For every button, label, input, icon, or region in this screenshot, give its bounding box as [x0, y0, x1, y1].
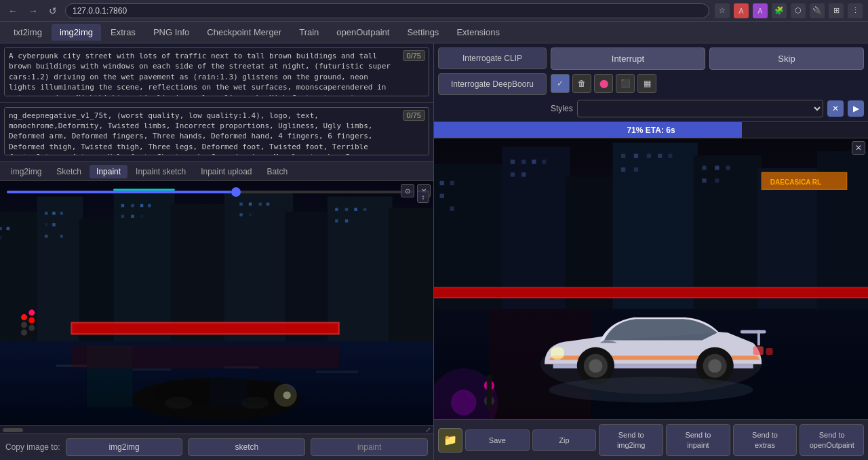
tab-img2img[interactable]: img2img: [52, 24, 101, 41]
tab-openoutpaint[interactable]: openOutpaint: [328, 24, 397, 41]
sub-tab-bar: img2img Sketch Inpaint Inpaint sketch In…: [0, 162, 433, 181]
svg-rect-34: [239, 213, 243, 216]
svg-rect-37: [345, 208, 349, 212]
interrupt-btn[interactable]: Interrupt: [551, 47, 705, 70]
negative-prompt-textarea[interactable]: ng_deepnegative_v1_75t, (worst quality, …: [4, 107, 429, 156]
interrogate-deepbooru-btn[interactable]: Interrogate DeepBooru: [438, 73, 547, 95]
svg-rect-19: [45, 223, 48, 227]
svg-rect-100: [702, 166, 706, 170]
svg-rect-102: [726, 166, 730, 170]
brush-size-slider-thumb[interactable]: [231, 187, 241, 197]
tab-checkpoint-merger[interactable]: Checkpoint Merger: [199, 24, 290, 41]
svg-rect-1: [0, 212, 41, 349]
input-image-area[interactable]: DAECASICA RL: [0, 181, 433, 434]
svg-rect-124: [741, 330, 766, 334]
sub-tab-inpaint-sketch[interactable]: Inpaint sketch: [129, 165, 193, 178]
tab-extensions[interactable]: Extensions: [448, 24, 508, 41]
svg-rect-101: [715, 166, 719, 170]
tool-icons-row: ✓ 🗑 ⬤ ⬛ ▦: [551, 74, 864, 93]
svg-rect-76: [612, 142, 698, 309]
positive-token-counter: 0/75: [403, 50, 425, 61]
back-button[interactable]: ←: [5, 4, 20, 18]
svg-rect-103: [702, 178, 706, 183]
tab-extras[interactable]: Extras: [102, 24, 144, 41]
skip-btn[interactable]: Skip: [709, 47, 864, 70]
zip-btn[interactable]: Zip: [532, 429, 597, 451]
send-to-img2img-btn[interactable]: Send toimg2img: [599, 424, 663, 456]
copy-to-inpaint-btn[interactable]: inpaint: [311, 438, 428, 456]
svg-rect-50: [133, 368, 171, 370]
interrogate-clip-btn[interactable]: Interrogate CLIP: [438, 47, 547, 69]
svg-rect-98: [621, 168, 625, 172]
svg-rect-18: [60, 212, 63, 215]
sub-tab-batch[interactable]: Batch: [260, 165, 295, 178]
positive-prompt-section: A cyberpunk city street with lots of tra…: [0, 43, 433, 103]
svg-rect-38: [354, 208, 357, 212]
trash-icon-btn[interactable]: 🗑: [572, 74, 591, 93]
styles-dropdown[interactable]: [577, 100, 823, 117]
svg-rect-131: [487, 375, 492, 409]
sub-tab-img2img[interactable]: img2img: [4, 165, 48, 178]
sub-tab-sketch[interactable]: Sketch: [50, 165, 88, 178]
send-to-extras-btn[interactable]: Send toextras: [733, 424, 797, 456]
extension-icon-1[interactable]: A: [734, 3, 749, 18]
styles-apply-btn[interactable]: ▶: [848, 100, 864, 117]
copy-to-img2img-btn[interactable]: img2img: [66, 438, 183, 456]
styles-clear-btn[interactable]: ✕: [827, 100, 844, 117]
svg-rect-28: [131, 215, 134, 218]
copy-to-sketch-btn[interactable]: sketch: [188, 438, 305, 456]
extension-icon-3[interactable]: 🧩: [772, 3, 787, 18]
refresh-button[interactable]: ↺: [46, 4, 60, 18]
svg-rect-104: [715, 178, 719, 183]
arrow-btn[interactable]: ↕: [417, 191, 429, 203]
tab-png-info[interactable]: PNG Info: [145, 24, 197, 41]
browser-icons: ☆ A A 🧩 ⬡ 🔌 ⊞ ⋮: [715, 3, 863, 18]
tab-settings[interactable]: Settings: [399, 24, 447, 41]
svg-point-59: [21, 322, 27, 328]
url-bar[interactable]: [65, 3, 709, 18]
interrogate-section: Interrogate CLIP Interrogate DeepBooru: [438, 47, 547, 117]
sub-tab-inpaint-upload[interactable]: Inpaint upload: [194, 165, 258, 178]
resize-icon[interactable]: ⤢: [425, 426, 431, 434]
svg-rect-121: [551, 348, 564, 358]
bookmark-icon[interactable]: ☆: [715, 3, 730, 18]
send-to-inpaint-btn[interactable]: Send toinpaint: [666, 424, 730, 456]
svg-text:DAECASICA RL: DAECASICA RL: [770, 178, 821, 186]
save-btn[interactable]: Save: [465, 429, 530, 451]
extension-icon-4[interactable]: ⬡: [791, 3, 806, 18]
svg-rect-74: [502, 147, 570, 309]
grid-btn[interactable]: ▦: [637, 74, 656, 93]
tab-txt2img[interactable]: txt2img: [5, 24, 50, 41]
image-bottom-bar: ⤢: [0, 425, 433, 434]
svg-rect-35: [249, 213, 252, 216]
svg-rect-25: [140, 204, 144, 208]
scroll-indicator: [3, 428, 23, 432]
svg-rect-77: [694, 155, 762, 309]
forward-button[interactable]: →: [26, 4, 41, 18]
progress-text: 71% ETA: 6s: [627, 126, 675, 135]
output-image-container: DAECASICA RL: [434, 138, 868, 419]
send-to-openoutpaint-btn[interactable]: Send toopenOutpaint: [800, 424, 864, 456]
image-reset-btn[interactable]: ⊙: [401, 184, 414, 197]
extension-icon-5[interactable]: 🔌: [810, 3, 825, 18]
tab-train[interactable]: Train: [291, 24, 327, 41]
open-folder-btn[interactable]: 📁: [438, 428, 462, 453]
output-actions: 📁 Save Zip Send toimg2img Send toinpaint…: [434, 419, 868, 460]
styles-section: Styles ✕ ▶: [551, 100, 864, 117]
paste-icon-btn[interactable]: ✓: [551, 74, 570, 93]
dark-square-btn[interactable]: ⬛: [616, 74, 635, 93]
svg-point-62: [28, 309, 35, 315]
svg-rect-88: [521, 159, 526, 164]
output-close-btn[interactable]: ✕: [852, 141, 865, 155]
red-circle-btn[interactable]: ⬤: [594, 74, 613, 93]
svg-rect-92: [521, 172, 526, 176]
svg-point-116: [589, 359, 602, 372]
content-area: A cyberpunk city street with lots of tra…: [0, 43, 868, 460]
svg-point-60: [21, 330, 27, 336]
extension-icon-2[interactable]: A: [753, 3, 768, 18]
settings-icon[interactable]: ⋮: [848, 3, 863, 18]
positive-prompt-textarea[interactable]: A cyberpunk city street with lots of tra…: [4, 47, 429, 96]
extension-icon-6[interactable]: ⊞: [829, 3, 844, 18]
svg-rect-69: [71, 345, 338, 368]
sub-tab-inpaint[interactable]: Inpaint: [90, 165, 127, 178]
